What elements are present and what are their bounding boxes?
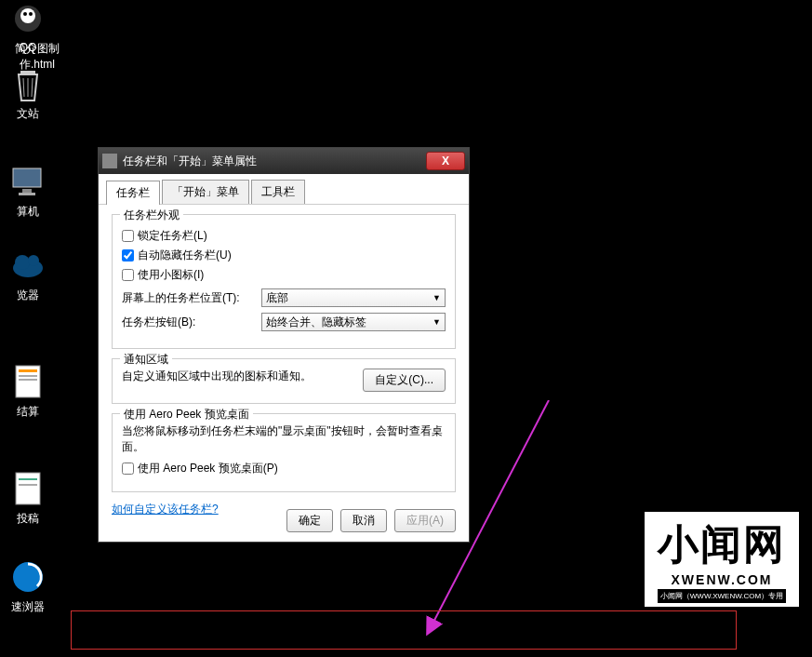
checkbox-lock-taskbar[interactable] <box>122 230 134 242</box>
checkbox-autohide[interactable] <box>122 249 134 261</box>
html-file-icon <box>19 0 56 37</box>
close-button[interactable]: X <box>426 152 465 170</box>
computer-icon <box>9 163 47 200</box>
group-notification-title: 通知区域 <box>120 352 172 368</box>
svg-rect-7 <box>19 193 35 195</box>
svg-rect-17 <box>19 484 37 486</box>
svg-point-10 <box>28 255 39 266</box>
window-icon <box>102 154 117 168</box>
desktop-icon-fastbrowser[interactable]: 速浏器 <box>0 558 56 615</box>
annotation-highlight-box <box>71 610 737 650</box>
svg-rect-16 <box>19 478 37 480</box>
help-link[interactable]: 如何自定义该任务栏? <box>112 503 219 516</box>
label-autohide: 自动隐藏任务栏(U) <box>138 248 232 263</box>
svg-rect-5 <box>13 168 41 187</box>
svg-rect-13 <box>19 375 37 377</box>
group-appearance: 任务栏外观 锁定任务栏(L) 自动隐藏任务栏(U) 使用小图标(I) 屏幕上的任… <box>112 214 456 349</box>
watermark-title: 小闻网 <box>658 517 786 572</box>
group-notification: 通知区域 自定义通知区域中出现的图标和通知。 自定义(C)... <box>112 358 456 404</box>
svg-rect-6 <box>22 189 32 193</box>
checkbox-aero-peek[interactable] <box>122 463 134 475</box>
desktop-icon-browser[interactable]: 览器 <box>0 247 56 303</box>
svg-rect-14 <box>19 379 37 381</box>
tab-panel: 任务栏外观 锁定任务栏(L) 自动隐藏任务栏(U) 使用小图标(I) 屏幕上的任… <box>99 205 469 527</box>
window-title: 任务栏和「开始」菜单属性 <box>123 154 257 169</box>
aero-peek-desc: 当您将鼠标移动到任务栏末端的"显示桌面"按钮时，会暂时查看桌面。 <box>122 423 446 455</box>
doc-icon <box>9 470 47 507</box>
desktop-icon-computer[interactable]: 算机 <box>0 163 56 220</box>
watermark: 小闻网 XWENW.COM 小闻网（WWW.XWENW.COM）专用 <box>641 508 803 610</box>
browser-icon <box>9 558 47 596</box>
desktop-icon-calc[interactable]: 结算 <box>0 363 56 420</box>
label-aero-peek: 使用 Aero Peek 预览桌面(P) <box>138 461 278 476</box>
file-icon <box>9 363 47 400</box>
tab-start-menu[interactable]: 「开始」菜单 <box>162 180 249 204</box>
cloud-icon <box>9 247 47 284</box>
recycle-bin-icon <box>9 65 47 102</box>
svg-rect-12 <box>19 369 37 372</box>
group-aero-peek-title: 使用 Aero Peek 预览桌面 <box>120 407 253 422</box>
desktop-icon-html[interactable]: 简介图制作.html <box>0 0 74 73</box>
desktop-icon-post[interactable]: 投稿 <box>0 470 56 527</box>
tab-toolbars[interactable]: 工具栏 <box>251 180 305 204</box>
label-small-icons: 使用小图标(I) <box>138 267 204 283</box>
customize-button[interactable]: 自定义(C)... <box>363 369 446 392</box>
watermark-url: XWENW.COM <box>658 572 786 587</box>
label-position: 屏幕上的任务栏位置(T): <box>122 290 261 306</box>
desktop-icon-recycle[interactable]: 文站 <box>0 65 56 122</box>
svg-rect-4 <box>20 71 35 74</box>
notification-desc: 自定义通知区域中出现的图标和通知。 <box>122 369 312 384</box>
titlebar[interactable]: 任务栏和「开始」菜单属性 X <box>99 148 469 174</box>
chevron-down-icon: ▼ <box>433 293 441 302</box>
tab-taskbar[interactable]: 任务栏 <box>106 181 160 205</box>
label-lock-taskbar: 锁定任务栏(L) <box>138 228 207 244</box>
svg-point-18 <box>13 562 43 592</box>
tab-strip: 任务栏 「开始」菜单 工具栏 <box>99 174 469 205</box>
chevron-down-icon: ▼ <box>433 317 441 327</box>
checkbox-small-icons[interactable] <box>122 269 134 281</box>
taskbar-properties-dialog: 任务栏和「开始」菜单属性 X 任务栏 「开始」菜单 工具栏 任务栏外观 锁定任务… <box>98 147 470 543</box>
group-aero-peek: 使用 Aero Peek 预览桌面 当您将鼠标移动到任务栏末端的"显示桌面"按钮… <box>112 413 456 492</box>
watermark-footer: 小闻网（WWW.XWENW.COM）专用 <box>658 589 786 603</box>
close-icon: X <box>442 154 449 168</box>
apply-button[interactable]: 应用(A) <box>394 509 456 532</box>
group-appearance-title: 任务栏外观 <box>120 208 183 223</box>
svg-point-9 <box>15 255 30 270</box>
dialog-buttons: 确定 取消 应用(A) <box>286 509 456 532</box>
ok-button[interactable]: 确定 <box>286 509 333 532</box>
svg-rect-15 <box>16 473 40 504</box>
cancel-button[interactable]: 取消 <box>340 509 387 532</box>
select-buttons[interactable]: 始终合并、隐藏标签▼ <box>261 313 446 331</box>
label-buttons: 任务栏按钮(B): <box>122 315 261 330</box>
select-position[interactable]: 底部▼ <box>261 288 446 307</box>
